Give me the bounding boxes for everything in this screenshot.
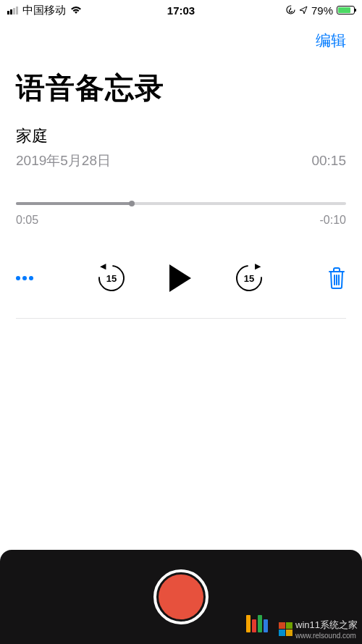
carrier-label: 中国移动	[22, 4, 66, 17]
recording-date: 2019年5月28日	[16, 151, 111, 170]
lock-icon	[286, 4, 295, 17]
remaining-time: -0:10	[320, 214, 346, 227]
wifi-icon	[70, 4, 82, 17]
battery-pct: 79%	[311, 4, 333, 17]
recording-item: 家庭 2019年5月28日 00:15 0:05 -0:10	[0, 125, 362, 227]
signal-icon	[7, 7, 18, 14]
divider	[16, 318, 346, 319]
page-title: 语音备忘录	[0, 58, 362, 125]
skip-forward-button[interactable]: ▶ 15	[236, 265, 262, 291]
trash-icon	[327, 267, 346, 289]
location-icon	[299, 4, 308, 17]
status-bar: 中国移动 17:03 79%	[0, 0, 362, 20]
windows-icon	[279, 622, 292, 636]
watermark-logo	[246, 615, 268, 632]
status-left: 中国移动	[7, 4, 82, 17]
play-button[interactable]	[167, 263, 194, 293]
skip-forward-icon: ▶ 15	[236, 265, 262, 291]
delete-button[interactable]	[327, 267, 346, 289]
recording-name[interactable]: 家庭	[16, 125, 48, 147]
status-right: 79%	[286, 4, 355, 17]
record-dock: win11系统之家 www.relsound.com	[0, 550, 362, 644]
recording-duration: 00:15	[311, 153, 346, 169]
battery-icon	[337, 6, 355, 14]
playback-controls: ◀ 15 ▶ 15	[0, 263, 362, 293]
record-button[interactable]	[153, 569, 209, 624]
skip-back-button[interactable]: ◀ 15	[98, 265, 125, 291]
watermark-text: win11系统之家 www.relsound.com	[279, 619, 358, 640]
more-button[interactable]	[16, 276, 33, 280]
nav-bar: 编辑	[0, 20, 362, 58]
edit-button[interactable]: 编辑	[316, 30, 346, 51]
elapsed-time: 0:05	[16, 214, 38, 227]
scrubber-track[interactable]	[16, 202, 346, 205]
play-icon	[167, 263, 194, 293]
record-icon	[159, 574, 203, 619]
more-icon	[16, 276, 33, 280]
skip-back-icon: ◀ 15	[98, 265, 125, 291]
status-time: 17:03	[167, 4, 195, 17]
scrubber-knob[interactable]	[129, 201, 135, 206]
playback-scrubber[interactable]: 0:05 -0:10	[16, 202, 346, 227]
